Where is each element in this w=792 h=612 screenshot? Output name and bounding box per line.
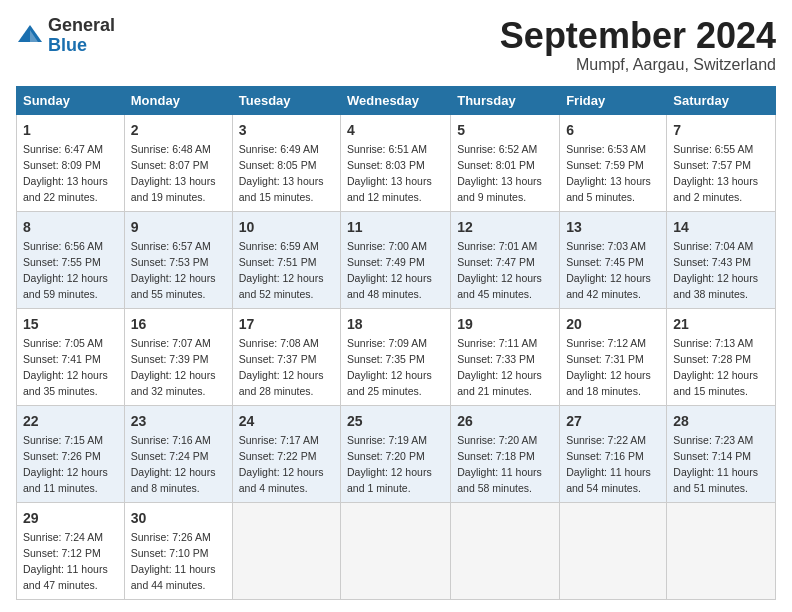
day-detail: Sunrise: 7:12 AM Sunset: 7:31 PM Dayligh… [566, 337, 651, 397]
day-detail: Sunrise: 7:03 AM Sunset: 7:45 PM Dayligh… [566, 240, 651, 300]
calendar-cell: 19Sunrise: 7:11 AM Sunset: 7:33 PM Dayli… [451, 308, 560, 405]
col-header-sunday: Sunday [17, 86, 125, 114]
calendar-cell: 8Sunrise: 6:56 AM Sunset: 7:55 PM Daylig… [17, 211, 125, 308]
day-number: 11 [347, 217, 444, 237]
calendar-cell [560, 502, 667, 599]
logo-general-text: General [48, 15, 115, 35]
calendar-week-row: 1Sunrise: 6:47 AM Sunset: 8:09 PM Daylig… [17, 114, 776, 211]
day-number: 24 [239, 411, 334, 431]
day-detail: Sunrise: 7:11 AM Sunset: 7:33 PM Dayligh… [457, 337, 542, 397]
calendar-cell: 20Sunrise: 7:12 AM Sunset: 7:31 PM Dayli… [560, 308, 667, 405]
col-header-monday: Monday [124, 86, 232, 114]
day-number: 19 [457, 314, 553, 334]
day-number: 18 [347, 314, 444, 334]
calendar-cell [341, 502, 451, 599]
calendar-cell: 29Sunrise: 7:24 AM Sunset: 7:12 PM Dayli… [17, 502, 125, 599]
day-number: 29 [23, 508, 118, 528]
day-detail: Sunrise: 7:17 AM Sunset: 7:22 PM Dayligh… [239, 434, 324, 494]
location-subtitle: Mumpf, Aargau, Switzerland [500, 56, 776, 74]
day-detail: Sunrise: 7:04 AM Sunset: 7:43 PM Dayligh… [673, 240, 758, 300]
day-detail: Sunrise: 7:09 AM Sunset: 7:35 PM Dayligh… [347, 337, 432, 397]
day-number: 28 [673, 411, 769, 431]
calendar-week-row: 15Sunrise: 7:05 AM Sunset: 7:41 PM Dayli… [17, 308, 776, 405]
day-number: 27 [566, 411, 660, 431]
calendar-table: SundayMondayTuesdayWednesdayThursdayFrid… [16, 86, 776, 600]
day-number: 15 [23, 314, 118, 334]
day-number: 26 [457, 411, 553, 431]
page-header: General Blue September 2024 Mumpf, Aarga… [16, 16, 776, 74]
logo-icon [16, 22, 44, 50]
calendar-cell: 24Sunrise: 7:17 AM Sunset: 7:22 PM Dayli… [232, 405, 340, 502]
day-detail: Sunrise: 7:22 AM Sunset: 7:16 PM Dayligh… [566, 434, 651, 494]
day-number: 17 [239, 314, 334, 334]
calendar-week-row: 22Sunrise: 7:15 AM Sunset: 7:26 PM Dayli… [17, 405, 776, 502]
calendar-cell: 23Sunrise: 7:16 AM Sunset: 7:24 PM Dayli… [124, 405, 232, 502]
day-number: 6 [566, 120, 660, 140]
day-number: 2 [131, 120, 226, 140]
day-detail: Sunrise: 7:08 AM Sunset: 7:37 PM Dayligh… [239, 337, 324, 397]
day-detail: Sunrise: 6:56 AM Sunset: 7:55 PM Dayligh… [23, 240, 108, 300]
day-number: 21 [673, 314, 769, 334]
day-detail: Sunrise: 7:01 AM Sunset: 7:47 PM Dayligh… [457, 240, 542, 300]
day-detail: Sunrise: 7:19 AM Sunset: 7:20 PM Dayligh… [347, 434, 432, 494]
day-number: 9 [131, 217, 226, 237]
day-detail: Sunrise: 7:13 AM Sunset: 7:28 PM Dayligh… [673, 337, 758, 397]
col-header-thursday: Thursday [451, 86, 560, 114]
calendar-cell: 21Sunrise: 7:13 AM Sunset: 7:28 PM Dayli… [667, 308, 776, 405]
calendar-cell: 5Sunrise: 6:52 AM Sunset: 8:01 PM Daylig… [451, 114, 560, 211]
calendar-cell: 4Sunrise: 6:51 AM Sunset: 8:03 PM Daylig… [341, 114, 451, 211]
calendar-cell: 12Sunrise: 7:01 AM Sunset: 7:47 PM Dayli… [451, 211, 560, 308]
day-number: 10 [239, 217, 334, 237]
calendar-cell: 28Sunrise: 7:23 AM Sunset: 7:14 PM Dayli… [667, 405, 776, 502]
calendar-header-row: SundayMondayTuesdayWednesdayThursdayFrid… [17, 86, 776, 114]
calendar-cell: 13Sunrise: 7:03 AM Sunset: 7:45 PM Dayli… [560, 211, 667, 308]
day-detail: Sunrise: 6:51 AM Sunset: 8:03 PM Dayligh… [347, 143, 432, 203]
day-number: 14 [673, 217, 769, 237]
calendar-week-row: 29Sunrise: 7:24 AM Sunset: 7:12 PM Dayli… [17, 502, 776, 599]
col-header-wednesday: Wednesday [341, 86, 451, 114]
day-number: 13 [566, 217, 660, 237]
calendar-cell: 18Sunrise: 7:09 AM Sunset: 7:35 PM Dayli… [341, 308, 451, 405]
calendar-cell: 3Sunrise: 6:49 AM Sunset: 8:05 PM Daylig… [232, 114, 340, 211]
day-number: 30 [131, 508, 226, 528]
day-number: 25 [347, 411, 444, 431]
calendar-cell: 25Sunrise: 7:19 AM Sunset: 7:20 PM Dayli… [341, 405, 451, 502]
day-detail: Sunrise: 7:15 AM Sunset: 7:26 PM Dayligh… [23, 434, 108, 494]
calendar-cell: 16Sunrise: 7:07 AM Sunset: 7:39 PM Dayli… [124, 308, 232, 405]
day-detail: Sunrise: 6:57 AM Sunset: 7:53 PM Dayligh… [131, 240, 216, 300]
calendar-cell: 30Sunrise: 7:26 AM Sunset: 7:10 PM Dayli… [124, 502, 232, 599]
calendar-cell: 22Sunrise: 7:15 AM Sunset: 7:26 PM Dayli… [17, 405, 125, 502]
day-detail: Sunrise: 7:05 AM Sunset: 7:41 PM Dayligh… [23, 337, 108, 397]
day-detail: Sunrise: 7:23 AM Sunset: 7:14 PM Dayligh… [673, 434, 758, 494]
calendar-cell: 17Sunrise: 7:08 AM Sunset: 7:37 PM Dayli… [232, 308, 340, 405]
day-number: 1 [23, 120, 118, 140]
day-detail: Sunrise: 6:47 AM Sunset: 8:09 PM Dayligh… [23, 143, 108, 203]
calendar-cell: 7Sunrise: 6:55 AM Sunset: 7:57 PM Daylig… [667, 114, 776, 211]
calendar-cell [232, 502, 340, 599]
day-number: 16 [131, 314, 226, 334]
logo-blue-text: Blue [48, 35, 87, 55]
calendar-cell: 6Sunrise: 6:53 AM Sunset: 7:59 PM Daylig… [560, 114, 667, 211]
day-detail: Sunrise: 7:16 AM Sunset: 7:24 PM Dayligh… [131, 434, 216, 494]
logo-text: General Blue [48, 16, 115, 56]
calendar-cell: 11Sunrise: 7:00 AM Sunset: 7:49 PM Dayli… [341, 211, 451, 308]
logo: General Blue [16, 16, 115, 56]
day-detail: Sunrise: 6:55 AM Sunset: 7:57 PM Dayligh… [673, 143, 758, 203]
day-number: 22 [23, 411, 118, 431]
calendar-cell: 27Sunrise: 7:22 AM Sunset: 7:16 PM Dayli… [560, 405, 667, 502]
day-number: 5 [457, 120, 553, 140]
day-number: 23 [131, 411, 226, 431]
day-detail: Sunrise: 7:07 AM Sunset: 7:39 PM Dayligh… [131, 337, 216, 397]
col-header-saturday: Saturday [667, 86, 776, 114]
day-detail: Sunrise: 7:24 AM Sunset: 7:12 PM Dayligh… [23, 531, 108, 591]
calendar-cell: 2Sunrise: 6:48 AM Sunset: 8:07 PM Daylig… [124, 114, 232, 211]
calendar-cell [667, 502, 776, 599]
col-header-tuesday: Tuesday [232, 86, 340, 114]
calendar-cell: 14Sunrise: 7:04 AM Sunset: 7:43 PM Dayli… [667, 211, 776, 308]
day-detail: Sunrise: 6:59 AM Sunset: 7:51 PM Dayligh… [239, 240, 324, 300]
day-number: 20 [566, 314, 660, 334]
day-detail: Sunrise: 7:20 AM Sunset: 7:18 PM Dayligh… [457, 434, 542, 494]
day-number: 7 [673, 120, 769, 140]
calendar-cell: 9Sunrise: 6:57 AM Sunset: 7:53 PM Daylig… [124, 211, 232, 308]
col-header-friday: Friday [560, 86, 667, 114]
